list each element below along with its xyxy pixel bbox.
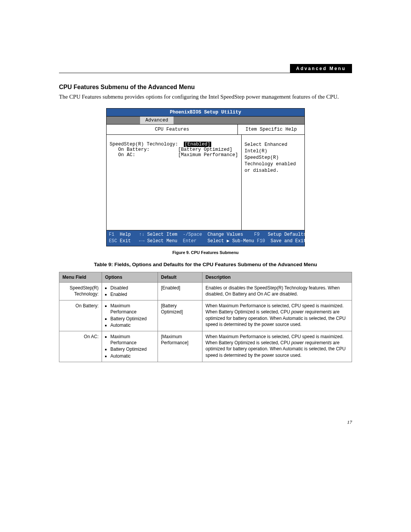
bios-key-esc: ESC [109,238,117,244]
bios-label-select-sub: Select ▶ Sub-Menu [207,238,254,244]
bios-label-help: Help [120,232,131,237]
bios-body: SpeedStep(R) Technology: [Enabled] On Ba… [107,135,304,230]
bios-label-select-item: Select Item [147,232,177,237]
header-row: Advanced Menu [59,64,352,73]
option-item: Automatic [110,322,155,328]
table-row: On AC: Maximum Performance Battery Optim… [59,331,352,362]
option-item: Automatic [110,353,155,359]
intro-paragraph: The CPU Features submenu provides option… [59,93,352,101]
table-header-row: Menu Field Options Default Description [59,272,352,282]
bios-footer: F1 Help ↑↓ Select Item -/Space Change Va… [107,230,304,246]
bios-key-minus-space: -/Space [183,232,202,237]
bios-row-ac-label: On AC: [118,152,135,158]
page-number: 17 [59,419,352,425]
bios-key-enter: Enter [183,238,196,244]
th-menu-field: Menu Field [59,272,102,282]
th-default: Default [158,272,202,282]
document-page: Advanced Menu CPU Features Submenu of th… [0,0,411,441]
bios-screenshot: PhoenixBIOS Setup Utility Advanced CPU F… [106,108,305,246]
cell-description: Enables or disables the SpeedStep(R) Tec… [202,282,352,300]
bios-label-save-exit: Save and Exit [271,238,306,244]
option-item: Battery Optimized [110,316,155,322]
cell-default: [Enabled] [158,282,202,300]
option-item: Disabled [110,285,155,291]
bios-key-f10: F10 [257,238,265,244]
cell-menu-field: SpeedStep(R) Technology: [59,282,102,300]
bios-settings-pane: SpeedStep(R) Technology: [Enabled] On Ba… [107,135,242,230]
table-row: On Battery: Maximum Performance Battery … [59,300,352,331]
bios-label-exit: Exit [120,238,131,244]
bios-row-ac-value: [Maximum Performance] [178,152,238,158]
cell-description: When Maximum Performance is selected, CP… [202,331,352,362]
bios-label-select-menu: Select Menu [147,238,177,244]
cell-options: Maximum Performance Battery Optimized Au… [102,331,158,362]
cell-default: [Battery Optimized] [158,300,202,331]
desc-italic: power requirements [291,309,331,315]
th-description: Description [202,272,352,282]
bios-row-speedstep-label: SpeedStep(R) Technology: [110,142,178,147]
bios-key-f9: F9 [254,232,260,237]
bios-row-speedstep-value: [Enabled] [184,142,211,147]
cell-default: [Maximum Performance] [158,331,202,362]
bios-help-pane: Select Enhanced Intel(R) SpeedStep(R) Te… [242,135,304,230]
bios-right-heading: Item Specific Help [238,125,304,134]
bios-key-arrows-ud: ↑↓ [139,232,144,237]
bios-tab-advanced: Advanced [140,117,174,124]
figure-caption: Figure 9. CPU Features Submenu [59,250,352,255]
bios-tab-spacer [107,117,140,124]
option-item: Maximum Performance [110,303,155,315]
desc-italic: power requirements [291,340,331,345]
cell-options: Disabled Enabled [102,282,158,300]
option-item: Maximum Performance [110,334,155,346]
cell-options: Maximum Performance Battery Optimized Au… [102,300,158,331]
bios-tab-bar: Advanced [107,117,304,125]
bios-label-change-values: Change Values [207,232,243,237]
bios-title: PhoenixBIOS Setup Utility [107,109,304,117]
bios-left-heading: CPU Features [107,125,238,134]
option-item: Enabled [110,291,155,297]
table-title: Table 9: Fields, Options and Defaults fo… [59,262,352,267]
option-item: Battery Optimized [110,346,155,352]
bios-label-setup-defaults: Setup Defaults [268,232,306,237]
bios-pane-headers: CPU Features Item Specific Help [107,125,304,135]
section-badge: Advanced Menu [290,64,352,73]
bios-footer-row-1: F1 Help ↑↓ Select Item -/Space Change Va… [109,232,302,238]
bios-key-f1: F1 [109,232,114,237]
cell-menu-field: On AC: [59,331,102,362]
cell-description: When Maximum Performance is selected, CP… [202,300,352,331]
th-options: Options [102,272,158,282]
bios-row-battery-label: On Battery: [118,147,150,152]
bios-footer-row-2: ESC Exit ←→ Select Menu Enter Select ▶ S… [109,238,302,244]
options-table: Menu Field Options Default Description S… [59,272,352,362]
section-title: CPU Features Submenu of the Advanced Men… [59,84,352,91]
table-row: SpeedStep(R) Technology: Disabled Enable… [59,282,352,300]
cell-menu-field: On Battery: [59,300,102,331]
bios-key-arrows-lr: ←→ [139,238,144,244]
bios-row-battery-value: [Battery Optimized] [178,147,233,152]
